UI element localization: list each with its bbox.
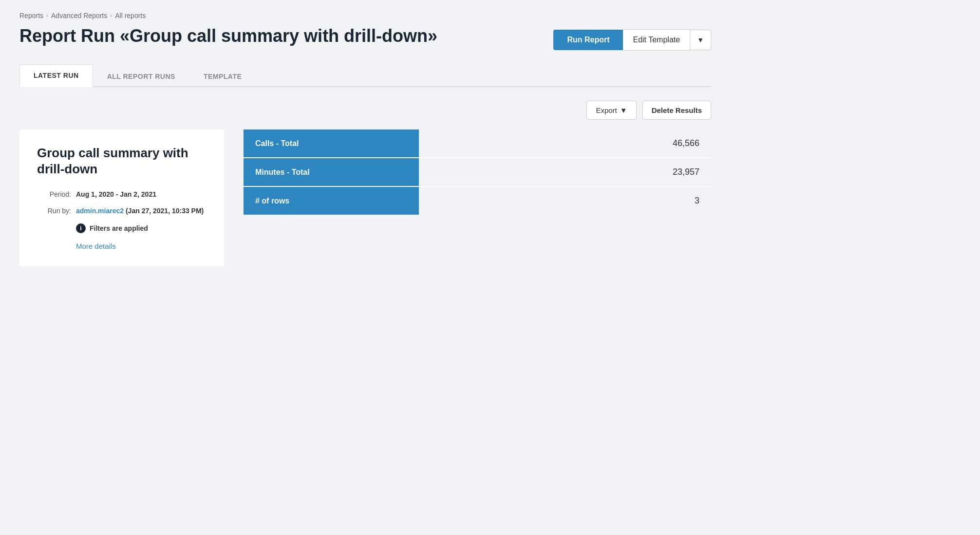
export-label: Export <box>596 106 617 114</box>
report-info-card: Group call summary with drill-down Perio… <box>19 129 224 266</box>
breadcrumb-sep-1: › <box>46 12 48 19</box>
filters-text: Filters are applied <box>90 224 148 232</box>
results-actions: Export ▼ Delete Results <box>19 101 711 120</box>
delete-results-button[interactable]: Delete Results <box>642 101 711 120</box>
tab-latest-run[interactable]: LATEST RUN <box>19 64 93 87</box>
report-info-title: Group call summary with drill-down <box>37 145 207 177</box>
content-area: Export ▼ Delete Results Group call summa… <box>19 101 711 266</box>
action-buttons: Run Report Edit Template ▼ <box>553 29 711 51</box>
breadcrumb-advanced-reports[interactable]: Advanced Reports <box>51 12 107 19</box>
tab-all-report-runs[interactable]: ALL REPORT RUNS <box>93 65 189 87</box>
export-button[interactable]: Export ▼ <box>586 101 636 120</box>
stat-label-2: # of rows <box>244 187 419 215</box>
edit-template-dropdown-button[interactable]: ▼ <box>690 30 711 50</box>
more-details-container: More details <box>37 242 207 251</box>
stat-row-2: # of rows3 <box>244 187 711 215</box>
stat-row-1: Minutes - Total23,957 <box>244 158 711 187</box>
stat-row-0: Calls - Total46,566 <box>244 129 711 158</box>
page-title: Report Run «Group call summary with dril… <box>19 25 437 46</box>
breadcrumb-sep-2: › <box>110 12 112 19</box>
run-by-date: (Jan 27, 2021, 10:33 PM) <box>126 207 204 215</box>
run-by-value: admin.miarec2 (Jan 27, 2021, 10:33 PM) <box>76 207 204 215</box>
tab-template[interactable]: TEMPLATE <box>189 65 256 87</box>
breadcrumb: Reports › Advanced Reports › All reports <box>19 12 711 19</box>
tabs-bar: LATEST RUN ALL REPORT RUNS TEMPLATE <box>19 64 711 87</box>
info-icon: i <box>76 223 86 233</box>
stat-value-0: 46,566 <box>419 129 711 157</box>
stats-table: Calls - Total46,566Minutes - Total23,957… <box>244 129 711 215</box>
page-wrapper: Reports › Advanced Reports › All reports… <box>0 0 731 278</box>
stat-value-2: 3 <box>419 187 711 215</box>
stat-value-1: 23,957 <box>419 158 711 186</box>
run-by-user-link[interactable]: admin.miarec2 <box>76 207 124 215</box>
breadcrumb-all-reports[interactable]: All reports <box>115 12 146 19</box>
edit-template-button[interactable]: Edit Template <box>623 29 690 51</box>
period-label: Period: <box>37 190 71 198</box>
run-by-row: Run by: admin.miarec2 (Jan 27, 2021, 10:… <box>37 207 207 215</box>
report-content: Group call summary with drill-down Perio… <box>19 129 711 266</box>
export-dropdown-icon: ▼ <box>620 106 627 114</box>
stat-label-0: Calls - Total <box>244 129 419 157</box>
run-report-button[interactable]: Run Report <box>553 30 623 50</box>
period-row: Period: Aug 1, 2020 - Jan 2, 2021 <box>37 190 207 198</box>
stat-label-1: Minutes - Total <box>244 158 419 186</box>
breadcrumb-reports[interactable]: Reports <box>19 12 43 19</box>
more-details-link[interactable]: More details <box>76 242 116 250</box>
period-value: Aug 1, 2020 - Jan 2, 2021 <box>76 190 156 198</box>
filters-row: i Filters are applied <box>37 223 207 233</box>
run-by-label: Run by: <box>37 207 71 215</box>
title-row: Report Run «Group call summary with dril… <box>19 25 711 51</box>
